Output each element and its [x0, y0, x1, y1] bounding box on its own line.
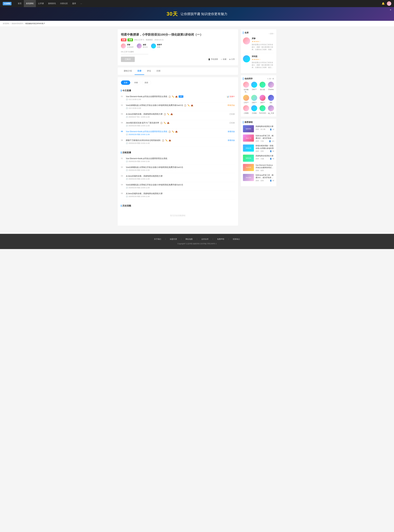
lesson-icon-upload-1[interactable]: 📤: [175, 95, 178, 98]
lesson-icon-upload-5[interactable]: 📤: [175, 130, 178, 133]
lesson-item-3: 03 从Java后端到全栈，高级电商全栈系统大课 📋 ✏️ 📤 🕐 2020/0…: [121, 111, 235, 120]
user-avatar[interactable]: [387, 1, 391, 6]
bought-button[interactable]: 已购买: [121, 57, 135, 62]
footer-about[interactable]: 关于我们: [154, 238, 161, 240]
teacher-info-0: 罗静 主讲老师: [127, 44, 134, 48]
sub-tab-face[interactable]: 面授: [142, 80, 151, 85]
nav-more[interactable]: ···: [78, 0, 84, 7]
footer-disclaimer[interactable]: 免费声明: [217, 238, 224, 240]
lesson-num-6: 06: [121, 139, 124, 141]
sidebar-right: 名师 ‹ 1/10 › 罗静 ★★★★☆ 国内某重点大学安全工程专业硕士，国家一…: [241, 29, 276, 226]
future-lesson-2: 02 Vue全家桶实战 从零独立开发企业级小米电商系统(免费升级Vue3.0) …: [121, 164, 235, 173]
rec-thumb-text-0: 电商系统: [245, 127, 252, 130]
tab-comments[interactable]: 评论: [144, 68, 154, 75]
lesson-status-5[interactable]: 查看回放: [228, 130, 235, 133]
future-time-3: 🕐 2020/02/26 周四 10:00-11:00: [126, 178, 235, 180]
teacher-card-0: 罗静 ★★★★☆ 国内某重点大学安全工程专业硕士，国家一级注册消防工程师、注册安…: [243, 37, 274, 53]
rec-thumb-5: Java进阶: [243, 174, 254, 181]
lesson-icon-edit-1[interactable]: ✏️: [172, 95, 174, 98]
classmate-name-11: qq_天涯: [268, 112, 274, 114]
lesson-time-4: 🕐 2020/02/26 周四 10:00-11:00: [126, 125, 228, 127]
rec-course-5[interactable]: Java进阶 玩转Java开发工具，精通JUC，成为开发多面手 讲师：岱田 👤 …: [243, 174, 274, 182]
footer-agent[interactable]: 加盟代理: [170, 238, 177, 240]
content-left: 明星中教授课，小学阶段语法100分—强化级第1讲动词（一） 直播 录播 246人…: [118, 29, 238, 226]
classmate-name-7: Bill: [270, 102, 272, 104]
lesson-icon-upload-4[interactable]: 📤: [167, 122, 169, 124]
lesson-body-2: Vue全家桶实战 从零独立开发企业级小米电商系统(免费升级Vue3.0) 📋 ✏…: [126, 104, 226, 110]
mobile-watch-button[interactable]: 📱 手机观看: [208, 58, 218, 61]
lesson-icon-edit-3[interactable]: ✏️: [167, 113, 169, 115]
future-body-4: Vue全家桶实战 从零独立开发企业级小米电商系统(免费升级Vue3.0) 🕐 2…: [126, 184, 235, 189]
logo[interactable]: 云朵课堂: [3, 2, 11, 5]
future-live-title: 后续直播: [121, 150, 235, 156]
lesson-icon-edit-2[interactable]: ✏️: [187, 104, 190, 106]
classmates-card: 你的同学 ↻ 换一换 化学教书... 1567** 张小田: [241, 75, 276, 117]
lesson-icon-upload-2[interactable]: 📤: [191, 104, 193, 106]
future-title-3: 从Java后端到全栈，高级电商全栈系统大课: [126, 175, 235, 177]
lesson-time-1: 🕐 今日 10:00-11:00: [126, 98, 225, 101]
lesson-icon-clipboard-6[interactable]: 📋: [162, 139, 164, 141]
lesson-icon-upload-6[interactable]: 📤: [169, 139, 171, 141]
rec-course-2[interactable]: 前端全栈 前端全栈加强版！前端全线+全周期+多端应用 讲师：岱田 👤 56: [243, 145, 274, 152]
teacher-role-1: 班主任: [143, 46, 148, 48]
classmate-11: qq_天涯: [268, 105, 274, 114]
rec-course-4[interactable]: Vue管理 Vue Element+Node.js开发企业通用管理后台系统 讲师…: [243, 164, 274, 172]
lesson-icon-edit-5[interactable]: ✏️: [172, 130, 174, 133]
lesson-icon-clipboard-3[interactable]: 📋: [164, 113, 166, 115]
notification-icon[interactable]: 🔔: [382, 2, 385, 5]
prev-teacher-button[interactable]: ‹: [269, 33, 269, 35]
lesson-icon-clipboard-2[interactable]: 📋: [184, 104, 186, 106]
nav-qa[interactable]: 问答社区: [58, 0, 70, 7]
collect-button[interactable]: ☆ 收藏: [221, 58, 226, 61]
footer-partner[interactable]: 合作伙伴: [201, 238, 208, 240]
course-badges: 直播 录播 246人已学习 · 有效期至：2019-10-21: [121, 38, 235, 41]
rec-course-0[interactable]: 电商系统 高级电商全线系统大课 讲师：张小锋 👤 34: [243, 125, 274, 132]
tab-catalog[interactable]: 目录: [135, 68, 144, 75]
teachers-pagination: ‹ 1/10 ›: [269, 33, 274, 35]
lesson-icon-clipboard-1[interactable]: 📋: [168, 95, 171, 98]
course-teachers: 罗静 主讲老师 凌荷 班主任 青青平 助教: [121, 43, 235, 48]
nav-home[interactable]: 首页: [16, 0, 24, 7]
breadcrumb-discover[interactable]: 发现课程: [3, 23, 9, 25]
classmates-header: 你的同学 ↻ 换一换: [243, 78, 274, 80]
breadcrumb-series[interactable]: 新媒体营销系列: [12, 23, 23, 25]
sub-tab-rec[interactable]: 录播: [131, 80, 141, 85]
share-button[interactable]: ⊕ 分享: [229, 58, 235, 61]
teacher-item-0: 罗静 主讲老师: [121, 43, 134, 48]
clock-icon-1: 🕐: [126, 99, 128, 100]
teachers-card-header: 名师 ‹ 1/10 ›: [243, 31, 274, 36]
logo-text: 云朵课堂: [3, 2, 11, 5]
lesson-icon-clipboard-4[interactable]: 📋: [160, 122, 162, 124]
future-clock-4: 🕐: [126, 187, 128, 189]
future-body-5: 从Java后端到全栈，高级电商全栈系统大课 🕐 2020/02/26 周四 10…: [126, 192, 235, 198]
tab-qa[interactable]: 问答: [154, 68, 163, 75]
nav-problems[interactable]: 题库: [70, 0, 78, 7]
nav-discover[interactable]: 发现课程: [24, 0, 36, 7]
classmates-refresh-button[interactable]: ↻ 换一换: [267, 78, 274, 80]
banner-close-button[interactable]: ×: [390, 9, 391, 11]
lesson-icon-edit-6[interactable]: ✏️: [165, 139, 168, 141]
sub-tab-live[interactable]: 直播: [121, 80, 130, 85]
tab-intro[interactable]: 课程介绍: [121, 68, 135, 75]
lesson-status-6[interactable]: 查看回放: [228, 139, 235, 142]
rec-course-3[interactable]: 电商全线 高级电商全线系统大课 讲师：冷谦 👤 46: [243, 155, 274, 162]
classmate-avatar-6: [259, 95, 265, 101]
lesson-item-5: 05 Vue Element+Node.js开发企业通用管理后台系统 📋 ✏️ …: [121, 129, 235, 137]
lesson-icon-clipboard-5[interactable]: 📋: [168, 130, 171, 133]
lesson-num-4: 04: [121, 122, 124, 124]
lesson-num-1: 01: [121, 95, 124, 97]
classmate-avatar-0: [243, 82, 249, 88]
teacher-avatar-1: [137, 43, 142, 48]
nav-news[interactable]: 新闻资讯: [46, 0, 58, 7]
future-time-4: 🕐 2020/02/26 周四 10:00-11:00: [126, 187, 235, 189]
footer-recruit[interactable]: 招资纳士: [233, 238, 240, 240]
lesson-icon-edit-4[interactable]: ✏️: [164, 122, 166, 124]
lesson-icon-upload-3[interactable]: 📤: [171, 113, 173, 115]
next-teacher-button[interactable]: ›: [274, 33, 274, 35]
nav-open[interactable]: 公开课: [36, 0, 46, 7]
lesson-num-2: 02: [121, 104, 124, 106]
classmate-0: 化学教书...: [243, 82, 249, 93]
footer-sitemap[interactable]: 网站地图: [186, 238, 193, 240]
rec-course-1[interactable]: Java工具 玩转Java开发工具，精通JUC，成为开发多面手 讲师：王磊 👤 …: [243, 135, 274, 142]
clock-icon-3: 🕐: [126, 116, 128, 118]
